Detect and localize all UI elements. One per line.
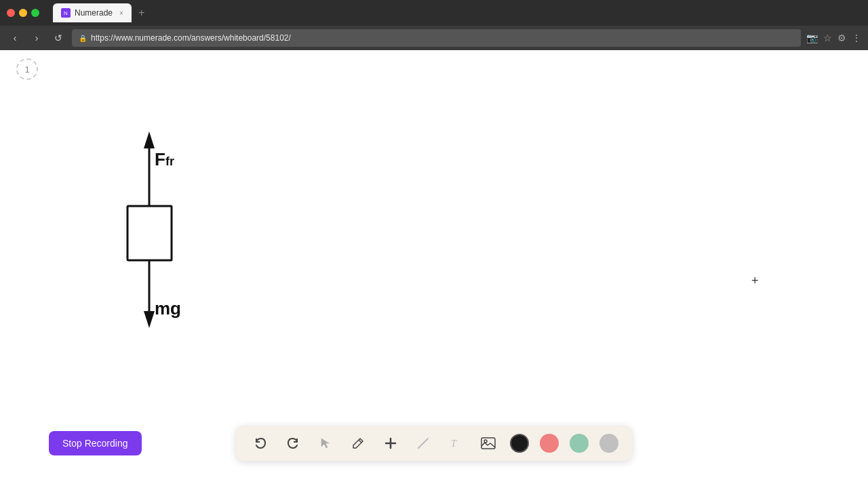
toolbar: T: [236, 426, 632, 461]
select-tool-button[interactable]: [315, 432, 336, 454]
lock-icon: 🔒: [79, 35, 87, 42]
svg-text:mg: mg: [155, 298, 181, 319]
color-black[interactable]: [510, 434, 529, 453]
redo-button[interactable]: [282, 432, 304, 454]
text-tool-button[interactable]: T: [445, 432, 467, 454]
address-bar-row: ‹ › ↺ 🔒 https://www.numerade.com/answers…: [0, 26, 868, 50]
svg-line-8: [359, 440, 361, 443]
color-gray[interactable]: [599, 434, 618, 453]
color-pink[interactable]: [540, 434, 559, 453]
color-mint[interactable]: [570, 434, 589, 453]
page-indicator: 1: [16, 58, 38, 80]
svg-text:fr: fr: [165, 155, 174, 168]
title-bar: N Numerade × +: [0, 0, 868, 26]
forward-button[interactable]: ›: [28, 30, 45, 46]
svg-rect-0: [127, 206, 172, 260]
cursor-crosshair: +: [751, 274, 759, 288]
stop-recording-button[interactable]: Stop Recording: [49, 431, 142, 455]
bookmark-icon[interactable]: ☆: [823, 33, 832, 43]
cast-icon[interactable]: 📷: [806, 33, 818, 43]
eraser-tool-button[interactable]: [412, 432, 434, 454]
close-window-button[interactable]: [7, 9, 15, 17]
tab-bar: N Numerade × +: [53, 3, 149, 22]
add-shape-button[interactable]: [380, 432, 401, 454]
maximize-window-button[interactable]: [31, 9, 39, 17]
whiteboard-canvas[interactable]: 1 + F fr mg Stop Recording: [0, 50, 868, 488]
window-controls: [7, 9, 39, 17]
tab-favicon: N: [61, 8, 71, 18]
tab-close-button[interactable]: ×: [119, 9, 123, 17]
tab-title: Numerade: [75, 8, 113, 18]
new-tab-button[interactable]: +: [134, 7, 149, 19]
extensions-icon[interactable]: ⚙: [837, 33, 846, 43]
image-tool-button[interactable]: [477, 432, 499, 454]
svg-text:T: T: [451, 439, 457, 449]
svg-line-11: [418, 439, 428, 448]
minimize-window-button[interactable]: [19, 9, 27, 17]
refresh-button[interactable]: ↺: [50, 30, 66, 46]
url-text: https://www.numerade.com/answers/whitebo…: [91, 33, 291, 43]
svg-marker-6: [144, 311, 155, 328]
svg-marker-2: [144, 131, 155, 148]
menu-icon[interactable]: ⋮: [852, 33, 861, 43]
svg-text:F: F: [155, 149, 165, 169]
browser-icons: 📷 ☆ ⚙ ⋮: [806, 33, 861, 43]
whiteboard-drawing: F fr mg: [95, 125, 244, 342]
back-button[interactable]: ‹: [7, 30, 23, 46]
address-bar[interactable]: 🔒 https://www.numerade.com/answers/white…: [72, 29, 801, 47]
pen-tool-button[interactable]: [347, 432, 369, 454]
active-tab[interactable]: N Numerade ×: [53, 3, 132, 22]
undo-button[interactable]: [250, 432, 271, 454]
browser-window: N Numerade × + ‹ › ↺ 🔒 https://www.numer…: [0, 0, 868, 488]
